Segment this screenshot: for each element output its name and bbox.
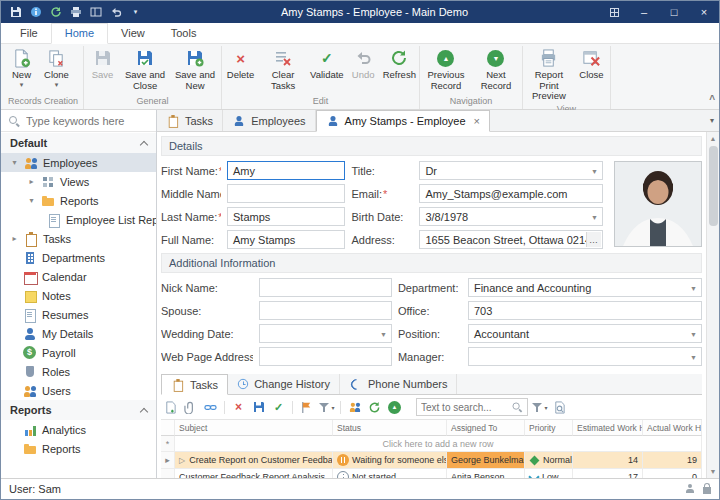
flag-icon[interactable] [298, 399, 315, 415]
sidebar-item-analytics[interactable]: Analytics [1, 420, 156, 439]
full-name-field[interactable]: Amy Stamps [227, 230, 345, 249]
manager-field[interactable]: ▼ [468, 347, 702, 366]
status-cell[interactable]: Waiting for someone else [333, 452, 447, 469]
new-row[interactable]: * Click here to add a new row [161, 436, 702, 452]
chevron-down-icon[interactable]: ▼ [690, 285, 697, 292]
priority-cell[interactable]: Low [525, 469, 573, 478]
estimated-hours-cell[interactable]: 14 [573, 452, 643, 469]
column-header-subject[interactable]: Subject [175, 420, 333, 436]
clone-button[interactable]: Clone ▾ [39, 46, 74, 94]
save-and-close-button[interactable]: Save and Close [120, 46, 170, 94]
chevron-down-icon[interactable]: ▼ [591, 168, 598, 175]
chevron-down-icon[interactable]: ▼ [591, 214, 598, 221]
layout-icon[interactable] [89, 6, 102, 19]
qat-overflow-icon[interactable]: ▾ [129, 6, 142, 19]
print-icon[interactable] [69, 6, 82, 19]
doc-tab-tasks[interactable]: Tasks [157, 110, 223, 131]
clear-tasks-button[interactable]: Clear Tasks [258, 46, 308, 94]
sidebar-group-reports[interactable]: Reports [1, 400, 156, 420]
validate-button[interactable]: ✓ Validate [308, 46, 346, 94]
table-row[interactable]: ▸ ▷Create Report on Customer Feedback Wa… [161, 452, 702, 469]
sidebar-item-my-details[interactable]: My Details [1, 324, 156, 343]
doc-tab-employees[interactable]: Employees [223, 110, 315, 131]
office-field[interactable]: 703 [468, 301, 702, 320]
column-header-assigned-to[interactable]: Assigned To [447, 420, 525, 436]
scroll-up-icon[interactable]: ▲ [707, 132, 719, 145]
minimize-button[interactable]: – [629, 1, 659, 23]
filter-menu-icon[interactable]: ▾ [531, 399, 548, 415]
sidebar-group-default[interactable]: Default [1, 133, 156, 153]
tab-home[interactable]: Home [51, 23, 108, 44]
scrollbar-thumb[interactable] [709, 146, 718, 226]
tab-overflow-icon[interactable]: ▾ [710, 116, 714, 125]
spouse-field[interactable] [259, 301, 392, 320]
sidebar-item-employees[interactable]: ▾ Employees [1, 153, 156, 172]
collapse-icon[interactable]: ▾ [10, 158, 19, 167]
wedding-date-field[interactable]: ▼ [259, 324, 392, 343]
column-header-estimated-work-hours[interactable]: Estimated Work Hours [573, 420, 643, 436]
scroll-down-icon[interactable]: ▼ [707, 465, 719, 478]
table-row[interactable]: Customer Feedback Report Analysis Not st… [161, 469, 702, 478]
next-record-button[interactable]: ▼ Next Record [471, 46, 521, 94]
delete-button[interactable]: × Delete [223, 46, 258, 94]
sidebar-item-reports-2[interactable]: Reports [1, 439, 156, 458]
column-header-status[interactable]: Status [333, 420, 447, 436]
close-view-button[interactable]: Close [574, 46, 609, 102]
web-page-address-field[interactable] [259, 347, 392, 366]
save-and-new-button[interactable]: Save and New [170, 46, 220, 94]
close-tab-icon[interactable]: × [474, 115, 480, 127]
sidebar-item-tasks[interactable]: ▸ Tasks [1, 229, 156, 248]
assignees-icon[interactable] [346, 399, 363, 415]
row-expand-icon[interactable]: ▷ [179, 456, 185, 465]
report-print-preview-button[interactable]: Report Print Preview [524, 46, 574, 102]
estimated-hours-cell[interactable]: 17 [573, 469, 643, 478]
tab-tasks[interactable]: Tasks [161, 374, 228, 395]
subject-cell[interactable]: ▷Create Report on Customer Feedback [175, 452, 333, 469]
sidebar-item-employee-list-report[interactable]: Employee List Report [1, 210, 156, 229]
undo-icon[interactable] [109, 6, 122, 19]
vertical-scrollbar[interactable]: ▲ ▼ [706, 132, 719, 478]
save-button[interactable]: Save [85, 46, 120, 94]
interface-settings-icon[interactable] [599, 1, 629, 23]
middle-name-field[interactable] [227, 184, 345, 203]
maximize-button[interactable]: □ [659, 1, 689, 23]
sidebar-search-input[interactable] [26, 115, 149, 127]
save-icon[interactable] [9, 6, 22, 19]
sidebar-item-notes[interactable]: Notes [1, 286, 156, 305]
user-icon[interactable] [685, 484, 695, 494]
ribbon-collapse-icon[interactable]: ^ [709, 94, 715, 105]
email-field[interactable]: Amy_Stamps@example.com [419, 184, 603, 203]
sidebar-item-calendar[interactable]: Calendar [1, 267, 156, 286]
tab-tools[interactable]: Tools [158, 24, 210, 43]
tab-view[interactable]: View [108, 24, 158, 43]
actual-hours-cell[interactable]: 0 [643, 469, 702, 478]
attachment-icon[interactable] [182, 399, 199, 415]
sidebar-item-roles[interactable]: Roles [1, 362, 156, 381]
expand-icon[interactable]: ▸ [27, 177, 36, 186]
sidebar-item-reports[interactable]: ▾ Reports [1, 191, 156, 210]
birth-date-field[interactable]: 3/8/1978▼ [419, 207, 603, 226]
expand-icon[interactable]: ▸ [10, 234, 19, 243]
tab-phone-numbers[interactable]: Phone Numbers [340, 374, 458, 394]
sidebar-item-departments[interactable]: Departments [1, 248, 156, 267]
tab-change-history[interactable]: Change History [228, 374, 340, 394]
delete-task-icon[interactable]: × [230, 399, 247, 415]
new-task-icon[interactable] [162, 399, 179, 415]
priority-cell[interactable]: Normal [525, 452, 573, 469]
info-icon[interactable] [29, 6, 42, 19]
sidebar-item-payroll[interactable]: Payroll [1, 343, 156, 362]
column-header-actual-work-hours[interactable]: Actual Work Hours [643, 420, 702, 436]
assigned-to-cell[interactable]: George Bunkelman [447, 452, 525, 469]
lock-icon[interactable] [703, 487, 711, 494]
filter-icon[interactable]: ▾ [318, 399, 335, 415]
refresh-icon[interactable] [49, 6, 62, 19]
address-field[interactable]: 1655 Beacon Street, Ottawa 02146, Canada… [419, 230, 603, 249]
status-cell[interactable]: Not started [333, 469, 447, 478]
sidebar-item-views[interactable]: ▸ Views [1, 172, 156, 191]
new-row-hint[interactable]: Click here to add a new row [175, 436, 702, 452]
move-up-icon[interactable]: ▲ [386, 399, 403, 415]
grid-search-input[interactable] [421, 402, 508, 413]
save-task-icon[interactable] [250, 399, 267, 415]
undo-button[interactable]: Undo [346, 46, 381, 94]
last-name-field[interactable]: Stamps [227, 207, 345, 226]
